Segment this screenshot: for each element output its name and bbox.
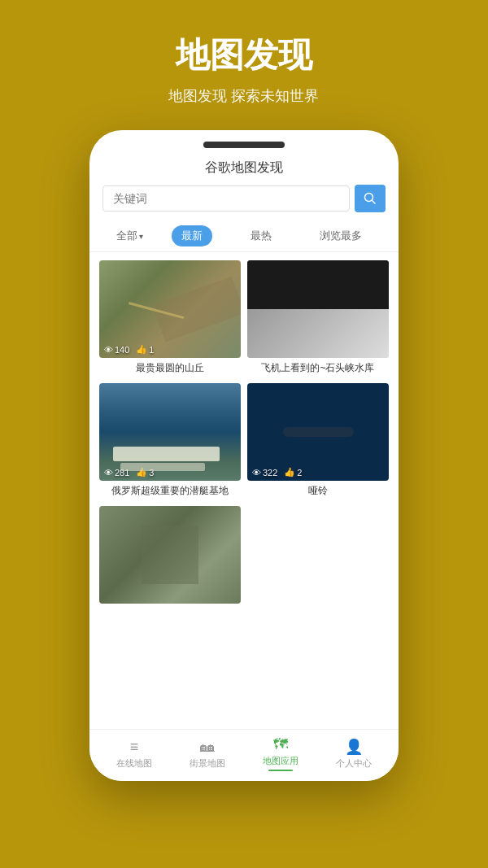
list-item[interactable]: 👁 140 👍 1 最贵最圆的山丘	[99, 260, 241, 377]
filter-all-label: 全部	[116, 229, 137, 243]
search-icon	[364, 192, 377, 205]
image-stats-1: 👁 140 👍 1	[104, 344, 154, 355]
grid-image-1: 👁 140 👍 1	[99, 260, 241, 358]
nav-item-street-view[interactable]: 🏘 街景地图	[171, 739, 244, 770]
grid-label-1: 最贵最圆的山丘	[99, 358, 241, 377]
view-count-2: 👁 52	[252, 345, 272, 355]
grid-label-3: 俄罗斯超级重要的潜艇基地	[99, 481, 241, 499]
image-stats-2: 👁 52 👍 2	[252, 344, 297, 355]
svg-line-1	[373, 201, 376, 204]
list-item[interactable]: 👁 322 👍 2 哑铃	[247, 383, 389, 499]
like-count-2: 👍 2	[279, 344, 297, 355]
like-icon: 👍	[136, 344, 147, 355]
like-count-3: 👍 3	[136, 467, 154, 478]
profile-icon: 👤	[345, 738, 363, 756]
grid-image-2: 👁 52 👍 2	[247, 260, 389, 358]
nav-item-map-app[interactable]: 🗺 地图应用	[244, 736, 317, 771]
image-stats-3: 👁 281 👍 3	[104, 467, 154, 478]
filter-tab-all[interactable]: 全部 ▾	[116, 229, 143, 243]
chevron-down-icon: ▾	[139, 232, 143, 241]
nav-label-online-map: 在线地图	[116, 757, 152, 770]
grid-image-5	[99, 506, 241, 604]
filter-tabs: 全部 ▾ 最新 最热 浏览最多	[89, 220, 399, 252]
view-count-4: 👁 322	[252, 468, 277, 478]
like-count-1: 👍 1	[136, 344, 154, 355]
filter-tab-most-viewed[interactable]: 浏览最多	[310, 225, 372, 246]
filter-tab-newest[interactable]: 最新	[172, 225, 212, 246]
nav-item-profile[interactable]: 👤 个人中心	[317, 738, 390, 770]
grid-image-4: 👁 322 👍 2	[247, 383, 389, 481]
eye-icon: 👁	[104, 468, 113, 478]
page-subtitle: 地图发现 探索未知世界	[168, 86, 319, 106]
eye-icon: 👁	[252, 468, 261, 478]
list-item[interactable]: 👁 281 👍 3 俄罗斯超级重要的潜艇基地	[99, 383, 241, 499]
app-title: 谷歌地图发现	[89, 156, 399, 185]
search-bar	[102, 185, 386, 212]
phone-notch	[203, 142, 285, 148]
grid-image-3: 👁 281 👍 3	[99, 383, 241, 481]
bottom-nav: ≡ 在线地图 🏘 街景地图 🗺 地图应用 👤 个人中心	[89, 729, 399, 781]
eye-icon: 👁	[252, 345, 261, 355]
street-view-icon: 🏘	[200, 739, 215, 756]
search-input[interactable]	[102, 185, 350, 212]
view-count-1: 👁 140	[104, 345, 129, 355]
like-icon: 👍	[136, 467, 147, 478]
filter-tab-hottest[interactable]: 最热	[241, 225, 281, 246]
grid-label-4: 哑铃	[247, 481, 389, 499]
search-button[interactable]	[355, 185, 386, 212]
header-section: 地图发现 地图发现 探索未知世界	[152, 0, 335, 130]
image-stats-4: 👁 322 👍 2	[252, 467, 302, 478]
list-item[interactable]: 👁 52 👍 2 飞机上看到的~石头峡水库	[247, 260, 389, 377]
nav-label-street-view: 街景地图	[190, 757, 225, 770]
map-lines-icon: ≡	[130, 739, 139, 756]
nav-item-online-map[interactable]: ≡ 在线地图	[98, 739, 171, 770]
map-app-icon: 🗺	[273, 736, 288, 753]
view-count-3: 👁 281	[104, 468, 129, 478]
content-grid: 👁 140 👍 1 最贵最圆的山丘 👁 52	[89, 252, 399, 729]
eye-icon: 👁	[104, 345, 113, 355]
like-icon: 👍	[284, 467, 295, 478]
page-title: 地图发现	[168, 33, 319, 78]
grid-label-2: 飞机上看到的~石头峡水库	[247, 358, 389, 377]
like-icon: 👍	[279, 344, 290, 355]
like-count-4: 👍 2	[284, 467, 302, 478]
phone-frame: 谷歌地图发现 全部 ▾ 最新 最热 浏览最多 👁 140	[89, 130, 399, 781]
active-nav-indicator	[268, 770, 293, 771]
list-item[interactable]	[99, 506, 241, 604]
nav-label-profile: 个人中心	[336, 757, 372, 770]
nav-label-map-app: 地图应用	[263, 755, 298, 767]
